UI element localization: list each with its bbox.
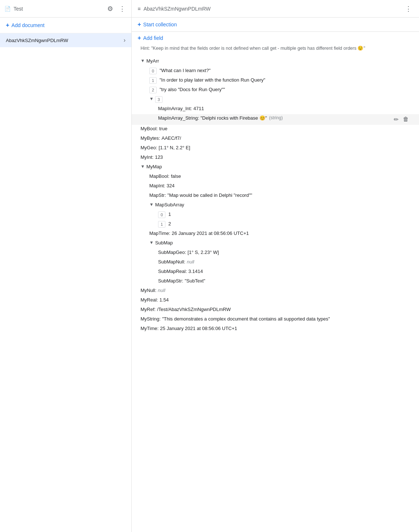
field-value-submapreal: 3.1414 [188,269,203,274]
field-value-submapnull: null [187,259,194,265]
more-vert-icon-right: ⋮ [405,5,412,13]
field-row-mytime: MyTime: 25 January 2021 at 08:56:06 UTC+… [132,325,419,334]
field-row-mymap: ▼ MyMap [132,163,419,172]
field-value-myarr-0: "What can I learn next?" [160,68,210,73]
top-bar: 📄 Test ⚙ ⋮ ≡ AbazVhkSZmNgwnPDLmRW ⋮ [0,0,419,18]
field-key-submapstr: SubMapStr: [158,278,183,284]
field-value-mapbool: false [171,173,181,179]
field-row-mynull: MyNull: null [132,286,419,296]
left-panel: + Add document AbazVhkSZmNgwnPDLmRW › [0,18,132,532]
field-row-maptime: MapTime: 26 January 2021 at 08:56:06 UTC… [132,229,419,239]
main-content: + Add document AbazVhkSZmNgwnPDLmRW › + … [0,18,419,532]
field-value-mystring: "This demonstrates a complex document th… [162,316,330,322]
field-row-mapsubarray-1: 1 2 [132,220,419,229]
field-value-mapinarray-int: 4711 [194,106,204,111]
field-row-mygeo: MyGeo: [1.1° N, 2.2° E] [132,144,419,153]
field-value-mybytes: AAEC/f7/ [161,135,181,141]
field-row-myarr-1: 1 "In order to play later with the funct… [132,76,419,86]
field-row-submapstr: SubMapStr: "SubText" [132,277,419,286]
field-value-mapsubarray-1: 2 [168,221,171,226]
expand-mapsubarray-icon[interactable]: ▼ [149,202,154,207]
add-field-button[interactable]: + Add field [132,32,419,43]
start-collection-button[interactable]: + Start collection [138,21,177,28]
add-field-plus-icon: + [138,35,141,41]
field-row-mystring: MyString: "This demonstrates a complex d… [132,315,419,325]
field-key-submapreal: SubMapReal: [158,269,187,274]
field-key-submapgeo: SubMapGeo: [158,250,186,255]
filter-button[interactable]: ⚙ [106,3,115,14]
field-row-mapstr: MapStr: "Map would be called in Delphi "… [132,191,419,201]
document-item[interactable]: AbazVhkSZmNgwnPDLmRW › [0,33,131,47]
field-key-myref: MyRef: [141,307,156,312]
field-key-myarr: MyArr [146,58,159,64]
expand-myarr-icon[interactable]: ▼ [141,58,145,63]
field-row-submapgeo: SubMapGeo: [1° S, 2.23° W] [132,248,419,258]
field-key-mynull: MyNull: [141,288,156,293]
test-label: Test [14,6,23,12]
field-value-mapsubarray-0: 1 [168,211,171,217]
right-panel: + Start collection + Add field Hint: "Ke… [132,18,419,532]
field-value-mapstr: "Map would be called in Delphi "record"" [168,192,252,198]
add-document-label: Add document [11,22,44,28]
field-row-myarr-0: 0 "What can I learn next?" [132,67,419,76]
field-row-mapsubarray: ▼ MapSubArray [132,201,419,210]
hint-label: Hint: [141,46,150,51]
field-key-maptime: MapTime: [149,231,170,236]
collection-title-row: ≡ AbazVhkSZmNgwnPDLmRW [138,6,211,12]
field-key-mapinarray-string: MapInArray_String: [158,115,199,121]
field-value-myreal: 1.54 [160,297,169,303]
field-row-mapsubarray-0: 0 1 [132,210,419,220]
field-value-mygeo: [1.1° N, 2.2° E] [159,145,190,150]
add-document-button[interactable]: + Add document [0,18,131,33]
collection-title: AbazVhkSZmNgwnPDLmRW [143,6,210,12]
document-icon: 📄 [4,6,11,12]
field-key-mytime: MyTime: [141,326,158,331]
field-key-mapinarray-int: MapInArray_Int: [158,106,192,111]
left-header-icons: ⚙ ⋮ [106,3,127,14]
field-value-myarr-1: "In order to play later with the functio… [160,77,265,83]
field-row-submapnull: SubMapNull: null [132,258,419,267]
field-key-myreal: MyReal: [141,297,158,303]
add-document-plus-icon: + [6,22,9,29]
right-toolbar: + Start collection [132,18,419,32]
array-index-3: 3 [155,96,162,103]
expand-submap-icon[interactable]: ▼ [149,240,154,245]
field-key-mybool: MyBool: [141,126,158,131]
array-index-2: 2 [149,87,157,93]
field-type-string-badge: (string) [269,115,283,120]
field-key-mapstr: MapStr: [149,192,166,198]
field-row-mapint: MapInt: 324 [132,182,419,191]
field-key-mapbool: MapBool: [149,173,169,179]
field-row-mapinarray-int: MapInArray_Int: 4711 [132,105,419,114]
expand-mymap-icon[interactable]: ▼ [141,164,145,169]
field-value-mytime: 25 January 2021 at 08:56:06 UTC+1 [160,326,237,331]
field-value-myref: /Test/AbazVhkSZmNgwnPDLmRW [157,307,231,312]
chevron-right-icon: › [124,37,126,44]
field-value-myint: 123 [155,154,163,160]
field-row-myref: MyRef: /Test/AbazVhkSZmNgwnPDLmRW [132,306,419,315]
add-field-label: Add field [143,35,163,41]
array-index-sub-1: 1 [158,221,165,228]
delete-button[interactable]: 🗑 [401,115,410,123]
field-row-myreal: MyReal: 1.54 [132,296,419,306]
field-row-submapreal: SubMapReal: 3.1414 [132,267,419,277]
more-vert-icon: ⋮ [119,5,126,13]
collection-icon: ≡ [138,6,141,12]
field-key-mapint: MapInt: [149,183,165,188]
edit-button[interactable]: ✏ [392,115,400,124]
expand-myarr-3-icon[interactable]: ▼ [149,96,154,101]
array-index-sub-0: 0 [158,211,165,218]
field-row-mapinarray-string: MapInArray_String: "Delphi rocks with Fi… [132,114,419,125]
document-content: ▼ MyArr 0 "What can I learn next?" 1 "In… [132,56,419,532]
right-menu-button[interactable]: ⋮ [404,3,413,14]
field-value-mybool: true [159,126,167,131]
field-value-submapstr: "SubText" [185,278,205,284]
field-key-mystring: MyString: [141,316,161,322]
left-menu-button[interactable]: ⋮ [117,3,127,14]
field-key-mybytes: MyBytes: [141,135,160,141]
field-key-mymap: MyMap [146,164,162,169]
field-key-mapsubarray: MapSubArray [155,202,184,207]
document-name: AbazVhkSZmNgwnPDLmRW [6,38,68,43]
test-title: 📄 Test [4,6,23,12]
field-row-myarr-2: 2 "try also "Docs for Run Query"" [132,86,419,95]
